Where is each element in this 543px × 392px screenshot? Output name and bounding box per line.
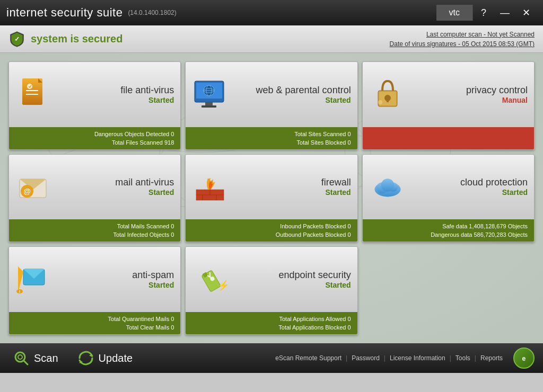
vtc-label: vtc bbox=[436, 5, 473, 21]
svg-marker-38 bbox=[18, 266, 23, 293]
svg-rect-29 bbox=[196, 195, 224, 200]
signatures-text: Date of virus signatures - 05 Oct 2015 0… bbox=[390, 39, 535, 49]
module-name: anti-spam bbox=[52, 270, 174, 281]
svg-point-9 bbox=[27, 84, 32, 89]
module-endpoint-security: ⚡ endpoint security Started Total Applic… bbox=[185, 246, 357, 335]
module-stat-1: Dangerous Objects Detected 0 bbox=[15, 130, 174, 138]
svg-line-46 bbox=[24, 361, 28, 364]
module-stat-2: Outbound Packets Blocked 0 bbox=[192, 230, 351, 239]
close-button[interactable]: ✕ bbox=[515, 0, 537, 25]
module-mail-antivirus: @ mail anti-virus Started Total Mails Sc… bbox=[8, 154, 181, 243]
footer-link-reports[interactable]: Reports bbox=[476, 354, 507, 362]
title-right: vtc ? — ✕ bbox=[436, 0, 537, 25]
svg-point-47 bbox=[18, 355, 22, 359]
module-name: file anti-virus bbox=[52, 85, 174, 96]
module-stat-2: Total Clear Mails 0 bbox=[15, 323, 174, 332]
firewall-icon bbox=[192, 168, 229, 206]
help-button[interactable]: ? bbox=[473, 0, 494, 25]
module-cloud-protection: cloud protection Started Safe data 1,408… bbox=[362, 154, 535, 243]
module-antispam: ! anti-spam Started Total Quarantined Ma… bbox=[8, 246, 181, 335]
module-name: firewall bbox=[229, 177, 351, 188]
module-stat-1: Inbound Packets Blocked 0 bbox=[192, 222, 351, 230]
module-status: Started bbox=[406, 188, 528, 197]
module-stat-2: Dangerous data 586,720,283 Objects bbox=[369, 230, 528, 239]
module-stat-1: Safe data 1,408,128,679 Objects bbox=[369, 222, 528, 230]
file-antivirus-icon bbox=[15, 76, 52, 113]
escan-logo: e bbox=[513, 348, 535, 369]
module-stat-2: Total Sites Blocked 0 bbox=[192, 138, 351, 147]
cloud-protection-icon bbox=[369, 168, 406, 206]
modules-grid: file anti-virus Started Dangerous Object… bbox=[8, 57, 535, 339]
footer-link-password[interactable]: Password bbox=[347, 354, 384, 362]
mail-antivirus-icon: @ bbox=[15, 168, 52, 206]
app-title: internet security suite bbox=[6, 6, 122, 20]
footer-link-escan-remote[interactable]: eScan Remote Support bbox=[271, 354, 346, 362]
minimize-button[interactable]: — bbox=[494, 0, 515, 25]
module-stat-1: Total Sites Scanned 0 bbox=[192, 130, 351, 138]
module-status: Started bbox=[229, 188, 351, 197]
module-name: web & parental control bbox=[229, 85, 351, 96]
module-name: endpoint security bbox=[229, 270, 351, 281]
svg-text:✓: ✓ bbox=[14, 35, 20, 43]
module-stat-2: Total Files Scanned 918 bbox=[15, 138, 174, 147]
module-status: Started bbox=[52, 281, 174, 289]
module-stat-2: Total Applications Blocked 0 bbox=[192, 323, 351, 332]
module-stat-1: Total Applications Allowed 0 bbox=[192, 315, 351, 323]
svg-text:⚡: ⚡ bbox=[217, 280, 229, 291]
privacy-icon bbox=[369, 76, 406, 113]
module-status: Started bbox=[52, 188, 174, 197]
endpoint-security-icon: ⚡ bbox=[192, 261, 229, 298]
web-parental-icon bbox=[192, 76, 229, 113]
module-web-parental: web & parental control Started Total Sit… bbox=[185, 61, 357, 150]
svg-text:!: ! bbox=[19, 290, 20, 293]
update-button[interactable]: Update bbox=[73, 348, 137, 369]
footer-left: Scan Update bbox=[8, 348, 137, 369]
update-icon bbox=[77, 350, 94, 367]
svg-point-22 bbox=[378, 100, 382, 104]
module-status: Started bbox=[52, 96, 174, 104]
scan-label: Scan bbox=[34, 352, 58, 364]
svg-rect-17 bbox=[202, 105, 216, 108]
app-version: (14.0.1400.1802) bbox=[128, 9, 176, 16]
module-status: Started bbox=[229, 281, 351, 289]
module-status: Started bbox=[229, 96, 351, 104]
scan-icon bbox=[13, 350, 30, 367]
scan-info: Last computer scan - Not yet Scanned Dat… bbox=[390, 30, 535, 49]
footer-right: eScan Remote Support | Password | Licens… bbox=[271, 348, 535, 369]
title-bar: internet security suite (14.0.1400.1802)… bbox=[0, 0, 543, 25]
module-name: privacy control bbox=[406, 85, 528, 96]
svg-point-35 bbox=[381, 179, 394, 192]
module-name: mail anti-virus bbox=[52, 177, 174, 188]
footer-link-license[interactable]: License Information bbox=[386, 354, 450, 362]
module-file-antivirus: file anti-virus Started Dangerous Object… bbox=[8, 61, 181, 150]
last-scan-text: Last computer scan - Not yet Scanned bbox=[390, 30, 535, 39]
module-stat-2: Total Infected Objects 0 bbox=[15, 230, 174, 239]
module-name: cloud protection bbox=[406, 177, 528, 188]
svg-text:@: @ bbox=[23, 187, 31, 195]
antispam-icon: ! bbox=[15, 261, 52, 298]
update-label: Update bbox=[99, 352, 133, 364]
svg-rect-16 bbox=[205, 102, 213, 105]
module-status: Manual bbox=[406, 96, 528, 104]
module-stat-1: Total Mails Scanned 0 bbox=[15, 222, 174, 230]
status-text: system is secured bbox=[31, 33, 390, 45]
scan-button[interactable]: Scan bbox=[8, 348, 63, 369]
footer: Scan Update eScan Remote Support | Passw… bbox=[0, 343, 543, 373]
module-privacy: privacy control Manual bbox=[362, 61, 535, 150]
svg-text:e: e bbox=[522, 355, 526, 362]
module-stat-1: Total Quarantined Mails 0 bbox=[15, 315, 174, 323]
status-bar: ✓ system is secured Last computer scan -… bbox=[0, 25, 543, 53]
main-content: file anti-virus Started Dangerous Object… bbox=[0, 53, 543, 343]
footer-link-tools[interactable]: Tools bbox=[451, 354, 475, 362]
module-firewall: firewall Started Inbound Packets Blocked… bbox=[185, 154, 357, 243]
svg-rect-21 bbox=[387, 98, 389, 102]
shield-icon: ✓ bbox=[8, 31, 25, 48]
